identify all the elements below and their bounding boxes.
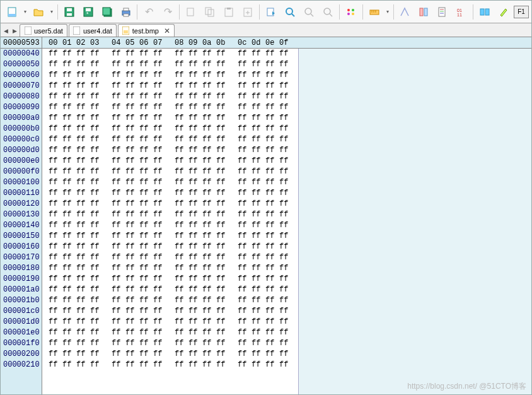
- hex-byte[interactable]: ff: [175, 134, 188, 145]
- hex-byte[interactable]: ff: [62, 242, 76, 252]
- hex-byte[interactable]: ff: [202, 274, 216, 285]
- hex-byte[interactable]: ff: [139, 188, 153, 199]
- hex-byte[interactable]: ff: [49, 327, 62, 338]
- hex-byte[interactable]: ff: [265, 252, 279, 263]
- hex-byte[interactable]: ff: [252, 134, 265, 145]
- hex-byte[interactable]: ff: [153, 295, 167, 306]
- hex-row[interactable]: ffffffffffffffffffffffffffffffff: [49, 231, 293, 242]
- hex-byte[interactable]: ff: [252, 49, 265, 59]
- hex-byte[interactable]: ff: [265, 274, 279, 285]
- hex-byte[interactable]: ff: [188, 285, 202, 295]
- hex-byte[interactable]: ff: [125, 102, 139, 113]
- hex-byte[interactable]: ff: [125, 156, 139, 167]
- hex-byte[interactable]: ff: [279, 49, 293, 59]
- hex-byte[interactable]: ff: [49, 295, 62, 306]
- hex-byte[interactable]: ff: [112, 231, 125, 242]
- hex-byte[interactable]: ff: [139, 295, 153, 306]
- hex-byte[interactable]: ff: [202, 209, 216, 220]
- hex-byte[interactable]: ff: [153, 59, 167, 70]
- hex-byte[interactable]: ff: [279, 91, 293, 102]
- hex-byte[interactable]: ff: [153, 360, 167, 370]
- hex-row[interactable]: ffffffffffffffffffffffffffffffff: [49, 102, 293, 113]
- hex-byte[interactable]: ff: [188, 242, 202, 252]
- hex-byte[interactable]: ff: [153, 167, 167, 177]
- hex-byte[interactable]: ff: [112, 209, 125, 220]
- hex-byte[interactable]: ff: [252, 199, 265, 209]
- hex-byte[interactable]: ff: [90, 81, 104, 91]
- hex-byte[interactable]: ff: [49, 317, 62, 327]
- new-file-button[interactable]: [3, 3, 21, 21]
- hex-byte[interactable]: ff: [175, 327, 188, 338]
- hex-byte[interactable]: ff: [188, 134, 202, 145]
- hex-byte[interactable]: ff: [252, 81, 265, 91]
- hex-byte[interactable]: ff: [90, 49, 104, 59]
- hex-byte[interactable]: ff: [188, 59, 202, 70]
- compare-button[interactable]: [476, 3, 494, 21]
- hex-byte[interactable]: ff: [216, 199, 230, 209]
- hex-byte[interactable]: ff: [49, 167, 62, 177]
- hex-byte[interactable]: ff: [238, 327, 252, 338]
- hex-byte[interactable]: ff: [265, 306, 279, 317]
- hex-byte[interactable]: ff: [90, 156, 104, 167]
- bookmark-button[interactable]: [396, 3, 414, 21]
- hex-byte[interactable]: ff: [90, 295, 104, 306]
- hex-byte[interactable]: ff: [175, 199, 188, 209]
- hex-byte[interactable]: ff: [153, 263, 167, 274]
- hex-byte[interactable]: ff: [62, 134, 76, 145]
- open-dropdown[interactable]: ▾: [49, 3, 55, 21]
- hex-byte[interactable]: ff: [175, 145, 188, 156]
- paste-button[interactable]: [220, 3, 238, 21]
- hex-row[interactable]: ffffffffffffffffffffffffffffffff: [49, 81, 293, 91]
- hex-byte[interactable]: ff: [139, 274, 153, 285]
- hex-byte[interactable]: ff: [153, 49, 167, 59]
- hex-byte[interactable]: ff: [265, 145, 279, 156]
- tab-next[interactable]: ▶: [11, 25, 18, 37]
- hex-row[interactable]: ffffffffffffffffffffffffffffffff: [49, 349, 293, 360]
- hex-byte[interactable]: ff: [279, 263, 293, 274]
- hex-byte[interactable]: ff: [153, 274, 167, 285]
- hex-byte[interactable]: ff: [139, 317, 153, 327]
- hex-byte[interactable]: ff: [112, 199, 125, 209]
- hex-byte[interactable]: ff: [202, 285, 216, 295]
- hex-byte[interactable]: ff: [112, 91, 125, 102]
- hex-byte[interactable]: ff: [238, 134, 252, 145]
- hex-byte[interactable]: ff: [153, 252, 167, 263]
- hex-byte[interactable]: ff: [76, 177, 90, 188]
- hex-byte[interactable]: ff: [188, 145, 202, 156]
- hex-byte[interactable]: ff: [153, 220, 167, 231]
- hex-byte[interactable]: ff: [153, 199, 167, 209]
- hex-byte[interactable]: ff: [76, 199, 90, 209]
- hex-row[interactable]: ffffffffffffffffffffffffffffffff: [49, 167, 293, 177]
- hex-byte[interactable]: ff: [175, 156, 188, 167]
- hex-row[interactable]: ffffffffffffffffffffffffffffffff: [49, 317, 293, 327]
- tab-user4[interactable]: user4.dat: [69, 24, 117, 37]
- hex-byte[interactable]: ff: [252, 263, 265, 274]
- hex-row[interactable]: ffffffffffffffffffffffffffffffff: [49, 263, 293, 274]
- hex-byte[interactable]: ff: [49, 49, 62, 59]
- hex-byte[interactable]: ff: [62, 209, 76, 220]
- paste-special-button[interactable]: [239, 3, 257, 21]
- hex-byte[interactable]: ff: [202, 338, 216, 349]
- hex-byte[interactable]: ff: [125, 177, 139, 188]
- hex-byte[interactable]: ff: [265, 338, 279, 349]
- hex-byte[interactable]: ff: [139, 124, 153, 134]
- hex-byte[interactable]: ff: [153, 338, 167, 349]
- hex-byte[interactable]: ff: [125, 317, 139, 327]
- hex-byte[interactable]: ff: [265, 231, 279, 242]
- hex-row[interactable]: ffffffffffffffffffffffffffffffff: [49, 252, 293, 263]
- hex-byte[interactable]: ff: [139, 113, 153, 124]
- hex-byte[interactable]: ff: [175, 70, 188, 81]
- hex-byte[interactable]: ff: [265, 295, 279, 306]
- hex-byte[interactable]: ff: [125, 81, 139, 91]
- hex-byte[interactable]: ff: [139, 349, 153, 360]
- hex-byte[interactable]: ff: [238, 317, 252, 327]
- hex-byte[interactable]: ff: [216, 242, 230, 252]
- hex-byte[interactable]: ff: [265, 134, 279, 145]
- hex-byte[interactable]: ff: [188, 338, 202, 349]
- hex-byte[interactable]: ff: [125, 49, 139, 59]
- hex-byte[interactable]: ff: [112, 274, 125, 285]
- hex-byte[interactable]: ff: [238, 252, 252, 263]
- hex-byte[interactable]: ff: [188, 327, 202, 338]
- hex-byte[interactable]: ff: [252, 306, 265, 317]
- hex-byte[interactable]: ff: [139, 242, 153, 252]
